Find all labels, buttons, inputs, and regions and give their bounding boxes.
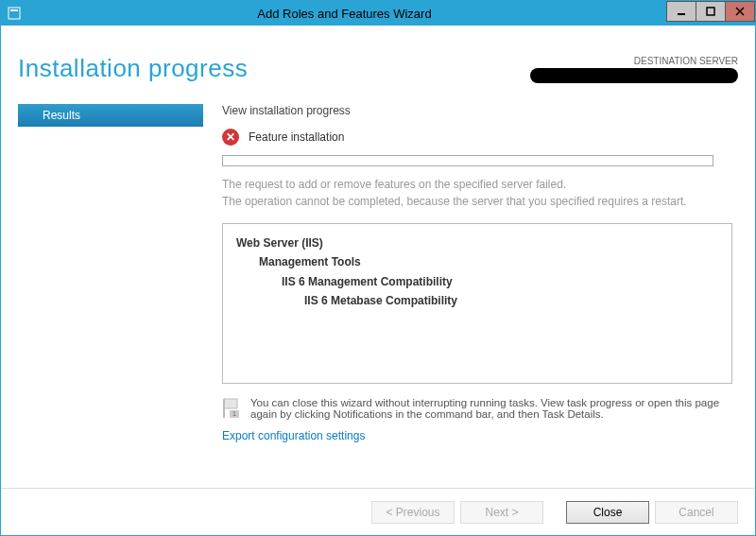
view-progress-label: View installation progress [222, 104, 738, 117]
window-title: Add Roles and Features Wizard [22, 7, 667, 21]
svg-rect-3 [707, 8, 714, 15]
main-panel: View installation progress ✕ Feature ins… [203, 104, 738, 475]
feature-level-0: Web Server (IIS) [236, 233, 718, 252]
export-config-link[interactable]: Export configuration settings [222, 429, 738, 442]
sidebar-item-label: Results [43, 109, 80, 122]
svg-rect-1 [10, 9, 18, 11]
previous-button: < Previous [371, 501, 455, 524]
error-message: The request to add or remove features on… [222, 176, 732, 210]
feature-level-2: IIS 6 Management Compatibility [282, 272, 718, 291]
sidebar-item-results[interactable]: Results [18, 104, 203, 127]
next-button: Next > [460, 501, 543, 524]
destination-server-name-redacted [530, 68, 738, 83]
status-row: ✕ Feature installation [222, 129, 738, 146]
features-box: Web Server (IIS) Management Tools IIS 6 … [222, 223, 732, 384]
content-area: Installation progress DESTINATION SERVER… [1, 26, 755, 488]
titlebar: Add Roles and Features Wizard [1, 1, 755, 26]
error-line-2: The operation cannot be completed, becau… [222, 193, 732, 210]
destination-server-label: DESTINATION SERVER [530, 56, 738, 66]
feature-level-3: IIS 6 Metabase Compatibility [304, 291, 718, 310]
bottom-note: 1 You can close this wizard without inte… [222, 397, 732, 420]
progress-bar [222, 155, 713, 166]
maximize-button[interactable] [696, 1, 726, 22]
footer: < Previous Next > Close Cancel [1, 488, 755, 535]
minimize-button[interactable] [666, 1, 696, 22]
window-controls [667, 1, 755, 22]
svg-rect-0 [9, 8, 20, 19]
body-row: Results View installation progress ✕ Fea… [18, 104, 738, 475]
note-text: You can close this wizard without interr… [250, 397, 732, 420]
close-button[interactable]: Close [566, 501, 649, 524]
page-heading: Installation progress [18, 54, 248, 83]
error-line-1: The request to add or remove features on… [222, 176, 732, 193]
destination-server-block: DESTINATION SERVER [530, 54, 738, 85]
svg-text:1: 1 [232, 410, 236, 417]
header-row: Installation progress DESTINATION SERVER [18, 54, 738, 85]
svg-rect-6 [224, 399, 237, 408]
wizard-window: Add Roles and Features Wizard Installati… [0, 0, 756, 536]
status-text: Feature installation [249, 130, 344, 144]
close-window-button[interactable] [725, 1, 755, 22]
feature-level-1: Management Tools [259, 252, 718, 271]
error-icon: ✕ [222, 129, 239, 146]
app-icon [7, 6, 22, 21]
cancel-button: Cancel [655, 501, 738, 524]
flag-icon: 1 [222, 397, 241, 420]
sidebar: Results [18, 104, 203, 475]
